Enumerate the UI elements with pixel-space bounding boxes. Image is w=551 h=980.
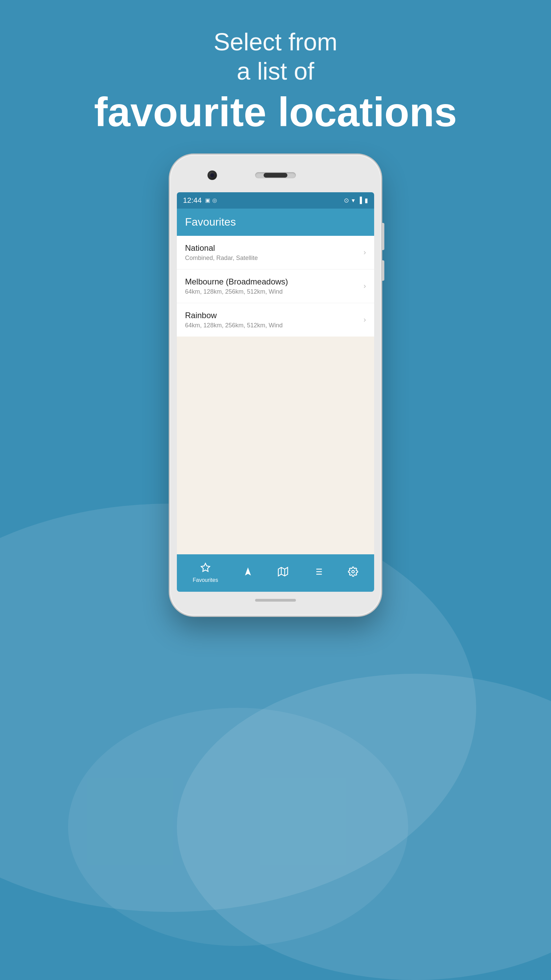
volume-up-button [382,223,384,250]
header-section: Select from a list of favourite location… [0,0,551,155]
camera-lens [210,173,214,177]
location-icon: ⊙ [344,197,349,204]
chevron-right-icon: › [364,248,366,257]
empty-content-area [177,337,374,554]
nav-item-navigate[interactable] [237,564,259,582]
settings-icon [348,566,358,579]
list-item-subtitle: 64km, 128km, 256km, 512km, Wind [185,288,360,295]
app-bar-title: Favourites [185,216,236,228]
phone-top-bar [177,162,374,189]
status-bar-right: ⊙ ▾ ▐ ▮ [344,197,368,204]
nav-item-map[interactable] [272,564,294,582]
wifi-icon: ▾ [352,197,355,204]
signal-icon: ▐ [357,197,362,204]
list-item[interactable]: Rainbow 64km, 128km, 256km, 512km, Wind … [177,303,374,337]
list-item-subtitle: 64km, 128km, 256km, 512km, Wind [185,322,360,329]
list-item-title: Rainbow [185,311,360,320]
nav-item-list[interactable] [308,564,329,582]
phone-bottom [177,592,374,609]
volume-down-button [382,260,384,281]
list-item-title: Melbourne (Broadmeadows) [185,277,360,286]
navigate-icon [243,566,253,579]
list-item-title: National [185,243,360,253]
list-item[interactable]: Melbourne (Broadmeadows) 64km, 128km, 25… [177,269,374,303]
status-time: 12:44 [183,196,202,205]
svg-marker-1 [245,568,251,576]
phone-device: 12:44 ▣ ◎ ⊙ ▾ ▐ ▮ Favourites [170,155,381,616]
chevron-right-icon: › [364,282,366,291]
home-indicator [255,599,296,601]
front-camera [208,170,217,180]
list-icon [313,566,323,579]
status-bar-left: 12:44 ▣ ◎ [183,196,217,205]
earpiece-speaker [255,172,296,178]
list-item-content: Melbourne (Broadmeadows) 64km, 128km, 25… [185,277,360,295]
phone-screen: 12:44 ▣ ◎ ⊙ ▾ ▐ ▮ Favourites [177,192,374,592]
list-item-content: Rainbow 64km, 128km, 256km, 512km, Wind [185,311,360,329]
status-bar: 12:44 ▣ ◎ ⊙ ▾ ▐ ▮ [177,192,374,208]
list-item-subtitle: Combined, Radar, Satellite [185,255,360,262]
earpiece [264,173,287,178]
list-item[interactable]: National Combined, Radar, Satellite › [177,236,374,269]
map-icon [278,566,288,579]
favourites-list: National Combined, Radar, Satellite › Me… [177,236,374,337]
status-bar-icons: ▣ ◎ [205,197,217,204]
chevron-right-icon: › [364,315,366,324]
header-subtitle: Select from a list of [0,27,551,86]
app-bar: Favourites [177,208,374,236]
svg-marker-2 [279,568,288,576]
nav-label-favourites: Favourites [193,577,218,583]
svg-marker-0 [201,563,210,572]
phone-wrapper: 12:44 ▣ ◎ ⊙ ▾ ▐ ▮ Favourites [0,155,551,616]
bottom-navigation: Favourites [177,554,374,592]
nav-item-favourites[interactable]: Favourites [187,560,224,586]
notification-icon: ◎ [212,197,217,204]
svg-point-11 [352,571,355,573]
nav-item-settings[interactable] [343,564,364,582]
sim-icon: ▣ [205,197,210,204]
list-item-content: National Combined, Radar, Satellite [185,243,360,262]
header-title: favourite locations [0,89,551,134]
battery-icon: ▮ [365,197,368,204]
star-icon [200,563,211,575]
